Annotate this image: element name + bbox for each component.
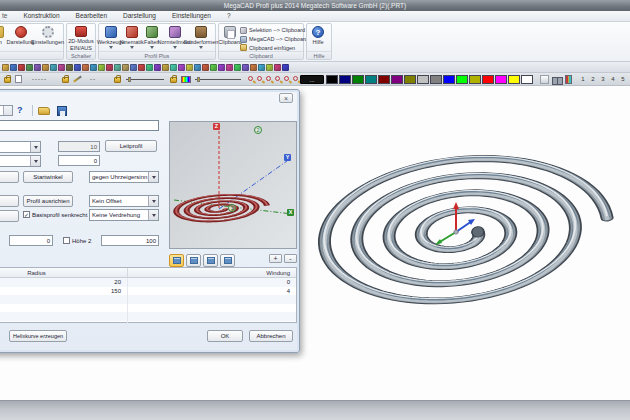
menu-tab-konstruktion[interactable]: Konstruktion bbox=[15, 11, 67, 21]
binoculars-icon[interactable] bbox=[552, 75, 561, 84]
profil-ausrichten-button[interactable]: Profil ausrichten bbox=[23, 195, 73, 207]
linewidth-lock-icon[interactable] bbox=[114, 77, 121, 83]
sheet-number-1[interactable]: 1 bbox=[578, 76, 588, 82]
toolbar-icon-22[interactable] bbox=[178, 64, 185, 71]
ribbon-item-2[interactable]: Einstellungen bbox=[33, 25, 62, 52]
profil-button[interactable] bbox=[0, 195, 19, 207]
layer-box-icon[interactable] bbox=[15, 75, 22, 83]
toolbar-icon-7[interactable] bbox=[58, 64, 65, 71]
viewport-3d[interactable]: × ? Helix jede 10 Leitprofil 0 Startwink… bbox=[0, 86, 630, 400]
helix-dialog[interactable]: × ? Helix jede 10 Leitprofil 0 Startwink… bbox=[0, 89, 300, 353]
color-swatch-8[interactable] bbox=[430, 75, 442, 84]
zoom-icon[interactable] bbox=[266, 76, 271, 81]
toolbar-icon-4[interactable] bbox=[34, 64, 41, 71]
linetype-lock-icon[interactable] bbox=[62, 77, 69, 83]
basepoint-button[interactable] bbox=[0, 171, 19, 183]
linewidth-slider[interactable] bbox=[126, 79, 164, 80]
color-swatch-4[interactable] bbox=[378, 75, 390, 84]
dialog-preset-combo[interactable] bbox=[0, 105, 13, 116]
color-swatch-15[interactable] bbox=[521, 75, 533, 84]
toolbar-icon-27[interactable] bbox=[218, 64, 225, 71]
helix-erzeugen-button[interactable]: Helixkurve erzeugen bbox=[9, 330, 67, 342]
page-icon[interactable] bbox=[540, 75, 549, 84]
sheet-number-4[interactable]: 4 bbox=[608, 76, 618, 82]
steigung-field[interactable]: 0 bbox=[58, 155, 100, 166]
table-row[interactable] bbox=[0, 304, 296, 313]
zoom-icon[interactable] bbox=[293, 76, 298, 81]
toolbar-icon-26[interactable] bbox=[210, 64, 217, 71]
table-row[interactable]: 1504 bbox=[0, 287, 296, 296]
profile-combo-2[interactable] bbox=[0, 155, 41, 167]
color-gradient-icon[interactable] bbox=[181, 76, 191, 83]
sheet-number-5[interactable]: 5 bbox=[618, 76, 628, 82]
toolbar-icon-20[interactable] bbox=[162, 64, 169, 71]
color-swatch-5[interactable] bbox=[391, 75, 403, 84]
view-iso-2-button[interactable] bbox=[186, 254, 201, 267]
zoom-icon[interactable] bbox=[275, 76, 280, 81]
row-add-button[interactable]: + bbox=[269, 254, 282, 263]
toolbar-icon-10[interactable] bbox=[82, 64, 89, 71]
toolbar-icon-2[interactable] bbox=[18, 64, 25, 71]
color-swatch-6[interactable] bbox=[404, 75, 416, 84]
profile-combo-1[interactable] bbox=[0, 141, 41, 153]
menu-tab-bearbeiten[interactable]: Bearbeiten bbox=[68, 11, 115, 21]
toolbar-icon-29[interactable] bbox=[234, 64, 241, 71]
linewidth-sample[interactable]: -- bbox=[90, 76, 96, 82]
colorbar-icon[interactable] bbox=[565, 75, 572, 84]
toolbar-icon-30[interactable] bbox=[242, 64, 249, 71]
color-lock-icon[interactable] bbox=[170, 77, 177, 83]
toolbar-icon-6[interactable] bbox=[50, 64, 57, 71]
table-row[interactable] bbox=[0, 295, 296, 304]
color-swatch-1[interactable] bbox=[339, 75, 351, 84]
more-colors-button[interactable]: ... bbox=[300, 75, 324, 84]
color-swatch-0[interactable] bbox=[326, 75, 338, 84]
zoom-icon[interactable] bbox=[257, 76, 262, 81]
color-swatch-3[interactable] bbox=[365, 75, 377, 84]
toolbar-icon-12[interactable] bbox=[98, 64, 105, 71]
menu-tab-darstellung[interactable]: Darstellung bbox=[115, 11, 164, 21]
view-iso-1-button[interactable] bbox=[169, 254, 184, 267]
toolbar-icon-21[interactable] bbox=[170, 64, 177, 71]
color-swatch-13[interactable] bbox=[495, 75, 507, 84]
leitprofil-button[interactable]: Leitprofil bbox=[105, 140, 157, 152]
toolbar-icon-23[interactable] bbox=[186, 64, 193, 71]
sheet-number-2[interactable]: 2 bbox=[588, 76, 598, 82]
linetype-sample[interactable]: ----- bbox=[32, 76, 47, 82]
ribbon-item-1[interactable]: Darstellung bbox=[8, 25, 33, 52]
color-swatch-12[interactable] bbox=[482, 75, 494, 84]
toolbar-icon-9[interactable] bbox=[74, 64, 81, 71]
toolbar-icon-8[interactable] bbox=[66, 64, 73, 71]
toolbar-icon-24[interactable] bbox=[194, 64, 201, 71]
helix-table[interactable]: Radius Windung 2001504 bbox=[0, 267, 297, 323]
verdrehung-dropdown[interactable]: Keine Verdrehung bbox=[89, 209, 159, 221]
transparency-slider[interactable] bbox=[195, 79, 241, 80]
toolbar-icon-15[interactable] bbox=[122, 64, 129, 71]
button-sonderformen[interactable]: Sonderformen bbox=[188, 25, 214, 52]
color-swatch-2[interactable] bbox=[352, 75, 364, 84]
toolbar-icon-14[interactable] bbox=[114, 64, 121, 71]
color-swatch-11[interactable] bbox=[469, 75, 481, 84]
toolbar-icon-31[interactable] bbox=[250, 64, 257, 71]
richtung-dropdown[interactable]: gegen Uhrzeigersinn bbox=[89, 171, 159, 183]
window-titlebar[interactable]: MegaCAD Profi plus 2014 Megatech Softwar… bbox=[0, 0, 630, 11]
color-swatch-10[interactable] bbox=[456, 75, 468, 84]
basisprofil-button[interactable] bbox=[0, 210, 19, 222]
toolbar-icon-34[interactable] bbox=[274, 64, 281, 71]
layer-lock-icon[interactable] bbox=[4, 77, 11, 83]
button-clipboard-cut[interactable]: Selektion --> Clipboard bbox=[240, 26, 308, 35]
hoehe2-field[interactable]: 100 bbox=[101, 235, 159, 246]
table-row[interactable] bbox=[0, 312, 296, 321]
button-hilfe[interactable]: ? Hilfe bbox=[308, 25, 328, 52]
color-swatch-9[interactable] bbox=[443, 75, 455, 84]
sheet-number-3[interactable]: 3 bbox=[598, 76, 608, 82]
abbrechen-button[interactable]: Abbrechen bbox=[249, 330, 293, 342]
button-clipboard[interactable]: Clipboard bbox=[220, 25, 240, 52]
startwinkel-button[interactable]: Startwinkel bbox=[23, 171, 73, 183]
menu-tab-te[interactable]: te bbox=[0, 11, 15, 21]
toolbar-icon-33[interactable] bbox=[266, 64, 273, 71]
hoehe1-field[interactable]: 0 bbox=[9, 235, 53, 246]
button-2d-modus[interactable]: 2D-Modus EIN/AUS bbox=[68, 25, 94, 52]
toolbar-icon-11[interactable] bbox=[90, 64, 97, 71]
table-row[interactable] bbox=[0, 321, 296, 330]
menu-tab-einstellungen[interactable]: Einstellungen bbox=[164, 11, 219, 21]
